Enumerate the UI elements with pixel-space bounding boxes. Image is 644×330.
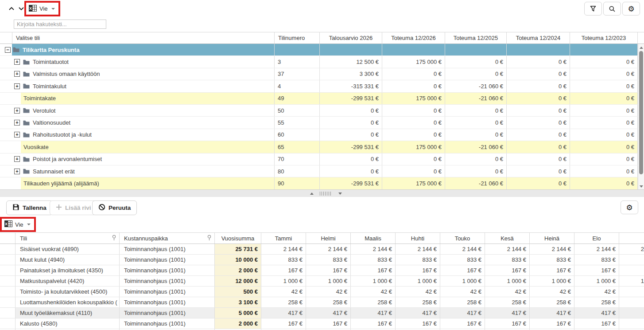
value-cell[interactable]: 0 €: [507, 56, 570, 67]
month-value-cell[interactable]: 258 €: [530, 297, 574, 307]
tili-cell[interactable]: Matkustuspalvelut (4420): [16, 276, 120, 286]
kustannuspaikka-cell[interactable]: Toiminnanohjaus (1001): [120, 244, 215, 254]
value-cell[interactable]: [445, 44, 507, 55]
expand-toggle-icon[interactable]: +: [14, 108, 20, 114]
month-value-cell[interactable]: 167 €: [396, 265, 440, 275]
header-cell-tili[interactable]: Tili: [16, 233, 120, 244]
month-value-cell[interactable]: 417 €: [306, 308, 351, 318]
month-value-cell[interactable]: 833 €: [440, 255, 485, 265]
row-handle-cell[interactable]: [0, 297, 16, 307]
scrollbar-thumb[interactable]: [639, 51, 643, 174]
value-cell[interactable]: 0 €: [320, 129, 382, 141]
settings-button[interactable]: ⚙: [622, 2, 640, 16]
value-cell[interactable]: -21 060 €: [445, 177, 507, 189]
account-name-cell[interactable]: +Rahoitustuotot ja -kulut: [12, 129, 275, 141]
row-handle-cell[interactable]: [0, 318, 16, 329]
month-value-cell[interactable]: 167 €: [261, 318, 306, 329]
value-cell[interactable]: 0 €: [445, 153, 507, 165]
header-cell-value-column[interactable]: Toteuma 12/2025: [445, 32, 507, 43]
value-cell[interactable]: 0 €: [382, 165, 445, 177]
value-cell[interactable]: 0 €: [570, 93, 638, 104]
summary-row[interactable]: Tilikauden ylijäämä (alijäämä)90-299 531…: [0, 177, 644, 189]
month-value-cell[interactable]: 833 €: [485, 255, 530, 265]
month-value-cell[interactable]: 42 €: [306, 287, 351, 297]
month-value-cell[interactable]: 167 €: [485, 318, 530, 329]
month-value-cell[interactable]: 417 €: [351, 308, 396, 318]
account-name-cell[interactable]: Toimintakate: [21, 93, 275, 104]
month-value-cell[interactable]: 833 €: [396, 255, 440, 265]
value-cell[interactable]: 0 €: [445, 129, 507, 141]
account-number-cell[interactable]: 37: [275, 68, 320, 80]
save-button[interactable]: Tallenna: [6, 200, 53, 215]
month-value-cell[interactable]: 1 000 €: [306, 276, 351, 286]
month-value-cell[interactable]: 167 €: [619, 318, 644, 329]
month-value-cell[interactable]: 167 €: [440, 318, 485, 329]
account-name-cell[interactable]: +Satunnaiset erät: [12, 165, 275, 177]
vertical-scrollbar[interactable]: [638, 44, 644, 190]
tili-cell[interactable]: Luottamushenkilöiden kokouspalkkio (: [16, 297, 120, 307]
account-number-cell[interactable]: 49: [275, 93, 320, 104]
value-cell[interactable]: -21 060 €: [445, 93, 507, 104]
account-group-row[interactable]: +Toimintatuotot312 500 €175 000 €0 €0 €0…: [0, 56, 644, 68]
value-cell[interactable]: [320, 44, 382, 55]
account-number-cell[interactable]: 90: [275, 177, 320, 189]
month-value-cell[interactable]: 42 €: [261, 287, 306, 297]
month-value-cell[interactable]: 1 000 €: [261, 276, 306, 286]
value-cell[interactable]: 0 €: [507, 68, 570, 80]
value-cell[interactable]: 0 €: [570, 177, 638, 189]
vuosisumma-cell[interactable]: 3 100 €: [215, 297, 261, 307]
month-value-cell[interactable]: 42 €: [351, 287, 396, 297]
month-value-cell[interactable]: 833 €: [306, 255, 351, 265]
month-value-cell[interactable]: 42 €: [485, 287, 530, 297]
vuosisumma-cell[interactable]: 5 000 €: [215, 308, 261, 318]
header-cell-value-column[interactable]: Toteuma 12/2024: [507, 32, 570, 43]
budget-row[interactable]: Matkustuspalvelut (4420)Toiminnanohjaus …: [0, 276, 644, 287]
kustannuspaikka-cell[interactable]: Toiminnanohjaus (1001): [120, 255, 215, 265]
value-cell[interactable]: 0 €: [445, 165, 507, 177]
cancel-button[interactable]: Peruuta: [92, 200, 137, 215]
account-name-cell[interactable]: +Verotulot: [12, 105, 275, 116]
month-value-cell[interactable]: 2 144 €: [306, 244, 351, 254]
search-button[interactable]: [603, 2, 621, 16]
month-value-cell[interactable]: 258 €: [485, 297, 530, 307]
month-value-cell[interactable]: 2 144 €: [351, 244, 396, 254]
month-value-cell[interactable]: 258 €: [396, 297, 440, 307]
budget-row[interactable]: Luottamushenkilöiden kokouspalkkio (Toim…: [0, 297, 644, 308]
value-cell[interactable]: 175 000 €: [382, 141, 445, 153]
tili-cell[interactable]: Toimisto- ja koulutarvikkeet (4500): [16, 287, 120, 297]
header-cell-account-number[interactable]: Tilinumero: [275, 32, 320, 43]
scroll-down-icon[interactable]: [638, 183, 644, 189]
month-value-cell[interactable]: 42 €: [530, 287, 574, 297]
month-value-cell[interactable]: 1 000 €: [396, 276, 440, 286]
month-value-cell[interactable]: 417 €: [485, 308, 530, 318]
value-cell[interactable]: [570, 44, 638, 55]
value-cell[interactable]: -299 531 €: [320, 93, 382, 104]
row-handle-cell[interactable]: [0, 276, 16, 286]
account-number-cell[interactable]: 50: [275, 105, 320, 116]
value-cell[interactable]: 0 €: [570, 80, 638, 92]
value-cell[interactable]: 0 €: [507, 129, 570, 141]
account-name-cell[interactable]: +Valmistus omaan käyttöön: [12, 68, 275, 80]
budget-row[interactable]: Muut työeläkemaksut (4110)Toiminnanohjau…: [0, 308, 644, 318]
splitter-grip[interactable]: [310, 192, 342, 196]
account-number-cell[interactable]: 65: [275, 141, 320, 153]
account-number-cell[interactable]: 80: [275, 165, 320, 177]
value-cell[interactable]: -299 531 €: [320, 141, 382, 153]
month-value-cell[interactable]: 167 €: [351, 318, 396, 329]
month-value-cell[interactable]: 167 €: [530, 265, 574, 275]
account-number-cell[interactable]: 55: [275, 117, 320, 128]
account-name-cell[interactable]: +Valtionosuudet: [12, 117, 275, 128]
value-cell[interactable]: 0 €: [570, 141, 638, 153]
header-cell-kustannuspaikka[interactable]: Kustannuspaikka: [120, 233, 215, 244]
month-value-cell[interactable]: 258 €: [619, 297, 644, 307]
month-value-cell[interactable]: 167 €: [440, 265, 485, 275]
month-value-cell[interactable]: 167 €: [485, 265, 530, 275]
header-cell-vuosisumma[interactable]: Vuosisumma: [215, 233, 261, 244]
account-name-cell[interactable]: Tilikartta Peruskunta: [12, 44, 275, 55]
month-value-cell[interactable]: 258 €: [306, 297, 351, 307]
header-cell-value-column[interactable]: Talousarvio 2026: [320, 32, 382, 43]
month-value-cell[interactable]: 2 144 €: [485, 244, 530, 254]
chart-root-row[interactable]: −Tilikartta Peruskunta: [0, 44, 644, 56]
row-handle-cell[interactable]: [0, 255, 16, 265]
month-value-cell[interactable]: 258 €: [261, 297, 306, 307]
